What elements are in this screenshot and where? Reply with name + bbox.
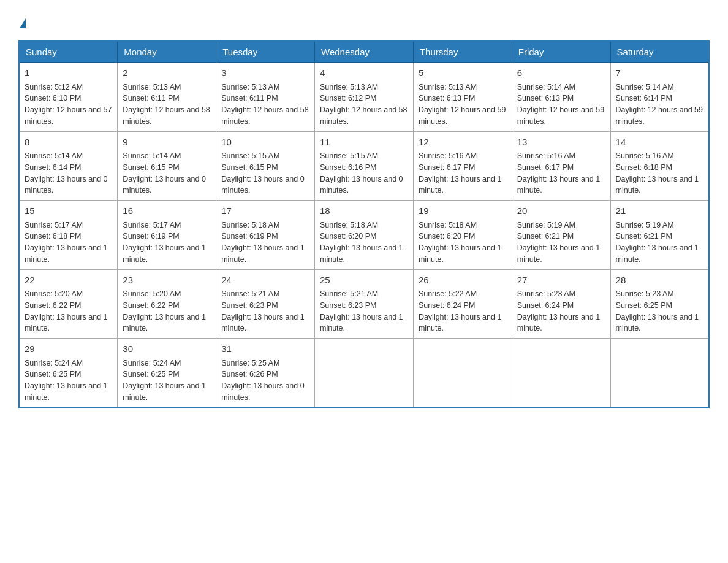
header-monday: Monday <box>118 41 216 63</box>
day-number: 7 <box>616 66 703 80</box>
day-number: 13 <box>517 136 605 150</box>
calendar-day-cell: 20 Sunrise: 5:19 AMSunset: 6:21 PMDaylig… <box>512 201 610 270</box>
calendar-day-cell <box>413 339 512 408</box>
day-number: 10 <box>221 136 309 150</box>
day-info: Sunrise: 5:23 AMSunset: 6:24 PMDaylight:… <box>517 289 601 332</box>
calendar-day-cell: 31 Sunrise: 5:25 AMSunset: 6:26 PMDaylig… <box>216 339 315 408</box>
day-info: Sunrise: 5:16 AMSunset: 6:18 PMDaylight:… <box>616 151 699 194</box>
day-info: Sunrise: 5:20 AMSunset: 6:22 PMDaylight:… <box>123 289 206 332</box>
header-wednesday: Wednesday <box>315 41 414 63</box>
calendar-week-row: 15 Sunrise: 5:17 AMSunset: 6:18 PMDaylig… <box>19 201 709 270</box>
day-info: Sunrise: 5:15 AMSunset: 6:16 PMDaylight:… <box>320 151 403 194</box>
day-info: Sunrise: 5:13 AMSunset: 6:12 PMDaylight:… <box>320 83 407 126</box>
calendar-day-cell: 16 Sunrise: 5:17 AMSunset: 6:19 PMDaylig… <box>118 201 216 270</box>
day-number: 27 <box>517 274 605 288</box>
logo <box>18 18 26 28</box>
calendar-day-cell: 26 Sunrise: 5:22 AMSunset: 6:24 PMDaylig… <box>413 269 512 339</box>
logo-triangle-icon <box>20 18 26 28</box>
calendar-day-cell: 30 Sunrise: 5:24 AMSunset: 6:25 PMDaylig… <box>118 339 216 408</box>
day-number: 25 <box>320 274 408 288</box>
calendar-day-cell: 23 Sunrise: 5:20 AMSunset: 6:22 PMDaylig… <box>118 269 216 339</box>
day-info: Sunrise: 5:25 AMSunset: 6:26 PMDaylight:… <box>221 359 305 402</box>
calendar-day-cell: 6 Sunrise: 5:14 AMSunset: 6:13 PMDayligh… <box>512 63 610 132</box>
day-number: 4 <box>320 66 408 80</box>
day-info: Sunrise: 5:14 AMSunset: 6:14 PMDaylight:… <box>616 83 703 126</box>
day-info: Sunrise: 5:19 AMSunset: 6:21 PMDaylight:… <box>616 221 699 264</box>
day-info: Sunrise: 5:17 AMSunset: 6:19 PMDaylight:… <box>123 221 206 264</box>
day-info: Sunrise: 5:13 AMSunset: 6:11 PMDaylight:… <box>123 83 210 126</box>
day-info: Sunrise: 5:21 AMSunset: 6:23 PMDaylight:… <box>221 289 305 332</box>
day-info: Sunrise: 5:18 AMSunset: 6:19 PMDaylight:… <box>221 221 305 264</box>
calendar-week-row: 8 Sunrise: 5:14 AMSunset: 6:14 PMDayligh… <box>19 131 709 201</box>
calendar-day-cell: 2 Sunrise: 5:13 AMSunset: 6:11 PMDayligh… <box>118 63 216 132</box>
day-number: 5 <box>419 66 507 80</box>
calendar-day-cell <box>315 339 414 408</box>
calendar-table: SundayMondayTuesdayWednesdayThursdayFrid… <box>18 40 710 408</box>
day-number: 14 <box>616 136 703 150</box>
day-info: Sunrise: 5:18 AMSunset: 6:20 PMDaylight:… <box>419 221 502 264</box>
day-number: 12 <box>419 136 507 150</box>
day-number: 20 <box>517 204 605 218</box>
header-friday: Friday <box>512 41 610 63</box>
calendar-day-cell: 11 Sunrise: 5:15 AMSunset: 6:16 PMDaylig… <box>315 131 414 201</box>
day-number: 24 <box>221 274 309 288</box>
day-info: Sunrise: 5:13 AMSunset: 6:11 PMDaylight:… <box>221 83 308 126</box>
day-info: Sunrise: 5:18 AMSunset: 6:20 PMDaylight:… <box>320 221 403 264</box>
day-info: Sunrise: 5:24 AMSunset: 6:25 PMDaylight:… <box>123 359 206 402</box>
calendar-header-row: SundayMondayTuesdayWednesdayThursdayFrid… <box>19 41 709 63</box>
calendar-day-cell: 1 Sunrise: 5:12 AMSunset: 6:10 PMDayligh… <box>19 63 118 132</box>
day-info: Sunrise: 5:21 AMSunset: 6:23 PMDaylight:… <box>320 289 403 332</box>
day-info: Sunrise: 5:20 AMSunset: 6:22 PMDaylight:… <box>25 289 108 332</box>
day-info: Sunrise: 5:16 AMSunset: 6:17 PMDaylight:… <box>517 151 601 194</box>
day-info: Sunrise: 5:13 AMSunset: 6:13 PMDaylight:… <box>419 83 506 126</box>
calendar-day-cell: 4 Sunrise: 5:13 AMSunset: 6:12 PMDayligh… <box>315 63 414 132</box>
day-info: Sunrise: 5:12 AMSunset: 6:10 PMDaylight:… <box>25 83 112 126</box>
day-number: 30 <box>123 342 211 356</box>
calendar-week-row: 22 Sunrise: 5:20 AMSunset: 6:22 PMDaylig… <box>19 269 709 339</box>
calendar-day-cell: 29 Sunrise: 5:24 AMSunset: 6:25 PMDaylig… <box>19 339 118 408</box>
calendar-week-row: 29 Sunrise: 5:24 AMSunset: 6:25 PMDaylig… <box>19 339 709 408</box>
calendar-day-cell <box>512 339 610 408</box>
header-sunday: Sunday <box>19 41 118 63</box>
day-info: Sunrise: 5:17 AMSunset: 6:18 PMDaylight:… <box>25 221 108 264</box>
day-number: 28 <box>616 274 703 288</box>
calendar-day-cell: 3 Sunrise: 5:13 AMSunset: 6:11 PMDayligh… <box>216 63 315 132</box>
day-number: 16 <box>123 204 211 218</box>
calendar-day-cell: 12 Sunrise: 5:16 AMSunset: 6:17 PMDaylig… <box>413 131 512 201</box>
day-number: 31 <box>221 342 309 356</box>
day-number: 18 <box>320 204 408 218</box>
page-header <box>18 18 710 28</box>
day-number: 2 <box>123 66 211 80</box>
day-number: 29 <box>25 342 112 356</box>
day-number: 22 <box>25 274 112 288</box>
day-number: 11 <box>320 136 408 150</box>
day-info: Sunrise: 5:19 AMSunset: 6:21 PMDaylight:… <box>517 221 601 264</box>
day-info: Sunrise: 5:16 AMSunset: 6:17 PMDaylight:… <box>419 151 502 194</box>
calendar-day-cell <box>610 339 709 408</box>
day-number: 6 <box>517 66 605 80</box>
day-info: Sunrise: 5:23 AMSunset: 6:25 PMDaylight:… <box>616 289 699 332</box>
calendar-day-cell: 8 Sunrise: 5:14 AMSunset: 6:14 PMDayligh… <box>19 131 118 201</box>
calendar-day-cell: 19 Sunrise: 5:18 AMSunset: 6:20 PMDaylig… <box>413 201 512 270</box>
day-number: 17 <box>221 204 309 218</box>
day-number: 9 <box>123 136 211 150</box>
day-number: 1 <box>25 66 112 80</box>
calendar-day-cell: 25 Sunrise: 5:21 AMSunset: 6:23 PMDaylig… <box>315 269 414 339</box>
day-number: 21 <box>616 204 703 218</box>
day-number: 26 <box>419 274 507 288</box>
header-tuesday: Tuesday <box>216 41 315 63</box>
day-number: 15 <box>25 204 112 218</box>
calendar-day-cell: 22 Sunrise: 5:20 AMSunset: 6:22 PMDaylig… <box>19 269 118 339</box>
day-number: 8 <box>25 136 112 150</box>
day-number: 3 <box>221 66 309 80</box>
calendar-day-cell: 5 Sunrise: 5:13 AMSunset: 6:13 PMDayligh… <box>413 63 512 132</box>
calendar-day-cell: 18 Sunrise: 5:18 AMSunset: 6:20 PMDaylig… <box>315 201 414 270</box>
calendar-day-cell: 27 Sunrise: 5:23 AMSunset: 6:24 PMDaylig… <box>512 269 610 339</box>
calendar-day-cell: 24 Sunrise: 5:21 AMSunset: 6:23 PMDaylig… <box>216 269 315 339</box>
day-info: Sunrise: 5:14 AMSunset: 6:15 PMDaylight:… <box>123 151 206 194</box>
calendar-week-row: 1 Sunrise: 5:12 AMSunset: 6:10 PMDayligh… <box>19 63 709 132</box>
header-saturday: Saturday <box>610 41 709 63</box>
day-number: 23 <box>123 274 211 288</box>
calendar-day-cell: 7 Sunrise: 5:14 AMSunset: 6:14 PMDayligh… <box>610 63 709 132</box>
calendar-day-cell: 17 Sunrise: 5:18 AMSunset: 6:19 PMDaylig… <box>216 201 315 270</box>
